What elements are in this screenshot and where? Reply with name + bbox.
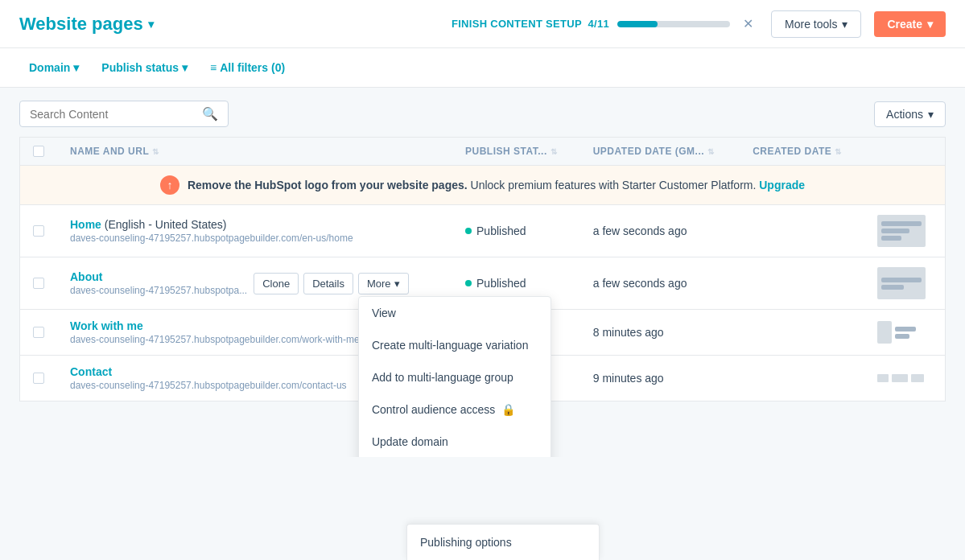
- about-row-checkbox[interactable]: [33, 278, 44, 289]
- main-content: 🔍 Actions ▾ NAME AND URL ⇅: [0, 88, 965, 457]
- contact-page-link[interactable]: Contact: [70, 365, 112, 378]
- contact-row-checkbox[interactable]: [33, 373, 44, 384]
- notification-content: ↑ Remove the HubSpot logo from your webs…: [33, 175, 932, 195]
- notification-banner-row: ↑ Remove the HubSpot logo from your webs…: [20, 166, 946, 205]
- work-created-date-cell: [740, 310, 864, 356]
- setup-progress-fill: [617, 21, 658, 27]
- table-header-updated-date: UPDATED DATE (GM... ⇅: [580, 138, 740, 166]
- page-title-chevron[interactable]: ▾: [148, 18, 154, 31]
- home-thumbnail: [877, 215, 926, 247]
- work-checkbox-cell: [20, 310, 58, 356]
- table-row: About daves-counseling-47195257.hubspotp…: [20, 257, 946, 310]
- home-page-link[interactable]: Home (English - United States): [70, 218, 227, 231]
- table-header-created-date: CREATED DATE ⇅: [740, 138, 864, 166]
- publish-status-filter-button[interactable]: Publish status ▾: [92, 56, 197, 79]
- page-title: Website pages: [19, 14, 143, 35]
- setup-label: FINISH CONTENT SETUP 4/11: [452, 18, 609, 30]
- domain-chevron-icon: ▾: [73, 61, 79, 74]
- contact-thumbnail-cell: [864, 356, 945, 401]
- setup-bar: FINISH CONTENT SETUP 4/11 ✕: [452, 14, 758, 33]
- table-header-row: NAME AND URL ⇅ PUBLISH STAT... ⇅ UPDATED…: [20, 138, 946, 166]
- home-page-url: daves-counseling-47195257.hubspotpagebui…: [70, 233, 439, 244]
- dropdown-item-view[interactable]: View: [359, 297, 551, 329]
- home-publish-status-cell: Published: [452, 205, 580, 257]
- actions-chevron-icon: ▾: [928, 108, 934, 121]
- all-filters-button[interactable]: ≡ All filters (0): [200, 56, 295, 79]
- search-icon: 🔍: [202, 106, 218, 121]
- dropdown-item-audience-access[interactable]: Control audience access 🔒: [359, 393, 551, 426]
- about-status-dot: [465, 280, 472, 286]
- actions-button[interactable]: Actions ▾: [874, 101, 946, 127]
- domain-filter-button[interactable]: Domain ▾: [19, 56, 89, 79]
- table-header-publish-status: PUBLISH STAT... ⇅: [452, 138, 580, 166]
- more-tools-button[interactable]: More tools ▾: [771, 10, 861, 38]
- home-created-date-cell: [740, 205, 864, 257]
- about-page-link[interactable]: About: [70, 270, 102, 283]
- work-updated-date-cell: 8 minutes ago: [580, 310, 740, 356]
- dropdown-item-update-domain[interactable]: Update domain: [359, 426, 551, 458]
- create-chevron-icon: ▾: [927, 18, 933, 31]
- filter-lines-icon: ≡: [210, 61, 217, 74]
- about-updated-date-cell: a few seconds ago: [580, 257, 740, 310]
- about-page-url: daves-counseling-47195257.hubspotpa...: [70, 285, 247, 296]
- about-thumbnail: [877, 267, 926, 299]
- home-thumbnail-cell: [864, 205, 945, 257]
- home-updated-date-cell: a few seconds ago: [580, 205, 740, 257]
- table-header-name: NAME AND URL ⇅: [57, 138, 452, 166]
- lock-icon: 🔒: [501, 403, 515, 416]
- name-sort-icon[interactable]: ⇅: [152, 147, 159, 156]
- top-bar: Website pages ▾ FINISH CONTENT SETUP 4/1…: [0, 0, 965, 48]
- about-more-container: More ▾ View Create multi-language: [358, 273, 409, 294]
- publish-status-sort-icon[interactable]: ⇅: [551, 147, 558, 156]
- filter-bar: Domain ▾ Publish status ▾ ≡ All filters …: [0, 48, 965, 88]
- about-thumbnail-cell: [864, 257, 945, 310]
- dropdown-item-create-variation[interactable]: Create multi-language variation: [359, 329, 551, 361]
- contact-created-date-cell: [740, 356, 864, 401]
- search-actions-bar: 🔍 Actions ▾: [19, 101, 946, 127]
- search-input[interactable]: [30, 108, 196, 121]
- dropdown-item-add-group[interactable]: Add to multi-language group: [359, 361, 551, 393]
- about-more-button[interactable]: More ▾: [358, 273, 409, 294]
- setup-close-button[interactable]: ✕: [738, 14, 758, 33]
- contact-checkbox-cell: [20, 356, 58, 401]
- about-details-button[interactable]: Details: [303, 273, 353, 294]
- home-status-dot: [465, 228, 472, 234]
- create-button[interactable]: Create ▾: [874, 11, 946, 37]
- work-thumbnail-cell: [864, 310, 945, 356]
- pages-table: NAME AND URL ⇅ PUBLISH STAT... ⇅ UPDATED…: [19, 137, 946, 401]
- upgrade-link[interactable]: Upgrade: [759, 179, 805, 191]
- more-chevron-icon: ▾: [394, 278, 400, 290]
- more-dropdown-menu: View Create multi-language variation Add…: [358, 296, 551, 458]
- table-header-thumbnail: [864, 138, 945, 166]
- about-row-actions: Clone Details More ▾ View: [254, 273, 408, 294]
- notification-banner-cell: ↑ Remove the HubSpot logo from your webs…: [20, 166, 946, 205]
- about-clone-button[interactable]: Clone: [254, 273, 299, 294]
- search-box: 🔍: [19, 101, 229, 127]
- updated-date-sort-icon[interactable]: ⇅: [707, 147, 715, 156]
- table-header-checkbox-col: [20, 138, 58, 166]
- created-date-sort-icon[interactable]: ⇅: [835, 147, 842, 156]
- home-name-cell: Home (English - United States) daves-cou…: [57, 205, 452, 257]
- table-row: Home (English - United States) daves-cou…: [20, 205, 946, 257]
- contact-updated-date-cell: 9 minutes ago: [580, 356, 740, 401]
- top-bar-right: FINISH CONTENT SETUP 4/11 ✕ More tools ▾…: [452, 10, 946, 38]
- more-tools-chevron-icon: ▾: [842, 18, 847, 31]
- select-all-checkbox[interactable]: [33, 146, 44, 157]
- about-checkbox-cell: [20, 257, 58, 310]
- work-page-link[interactable]: Work with me: [70, 319, 143, 332]
- home-row-checkbox[interactable]: [33, 225, 44, 237]
- setup-progress-track: [617, 21, 730, 27]
- page-title-container: Website pages ▾: [19, 14, 154, 35]
- about-name-cell: About daves-counseling-47195257.hubspotp…: [57, 257, 452, 310]
- work-row-checkbox[interactable]: [33, 327, 44, 338]
- about-created-date-cell: [740, 257, 864, 310]
- home-checkbox-cell: [20, 205, 58, 257]
- publish-status-chevron-icon: ▾: [182, 61, 188, 74]
- notify-alert-icon: ↑: [160, 175, 179, 195]
